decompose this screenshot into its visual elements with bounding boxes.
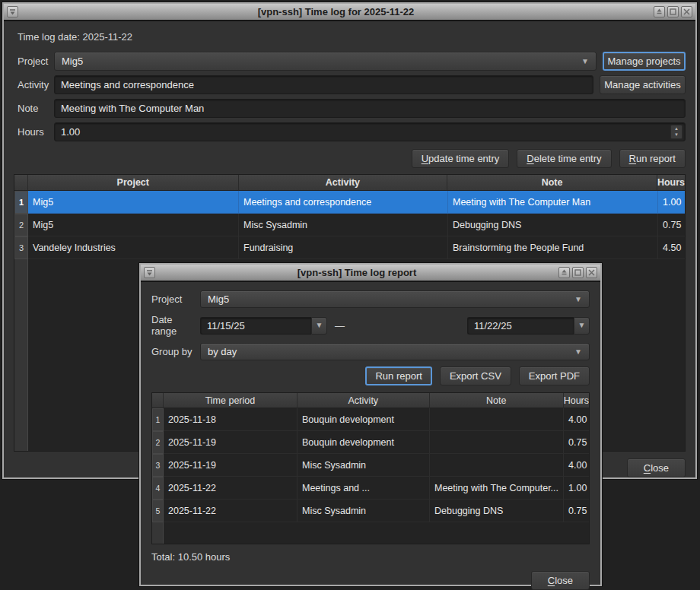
row-number: 2 — [14, 214, 28, 236]
cell-time-period: 2025-11-22 — [164, 477, 298, 500]
row-number: 4 — [152, 477, 164, 500]
manage-activities-button[interactable]: Manage activities — [600, 75, 686, 94]
cell-activity: Meetings and correspondence — [239, 191, 448, 214]
maximize-button[interactable] — [667, 6, 679, 17]
table-row[interactable]: 2 Mig5 Misc Sysadmin Debugging DNS 0.75 — [14, 214, 685, 236]
cell-time-period: 2025-11-22 — [164, 500, 298, 522]
col-header-project[interactable]: Project — [28, 175, 239, 191]
date-to-field[interactable]: 11/22/25 ▼ — [467, 317, 590, 335]
window-menu-icon — [9, 9, 16, 15]
table-row[interactable]: 3 Vandeley Industries Fundraising Brains… — [14, 236, 685, 259]
shade-button[interactable] — [654, 6, 665, 17]
table-row[interactable]: 3 2025-11-19 Misc Sysadmin 4.00 — [152, 454, 589, 477]
table-row[interactable]: 2 2025-11-19 Bouquin development 0.75 — [152, 431, 589, 454]
report-project-value: Mig5 — [208, 293, 574, 305]
activity-label: Activity — [18, 79, 54, 90]
cell-time-period: 2025-11-19 — [164, 431, 298, 454]
cell-note — [430, 431, 564, 454]
export-csv-button[interactable]: Export CSV — [440, 366, 511, 385]
date-from-value: 11/15/25 — [207, 320, 245, 331]
note-input[interactable]: Meeting with The Computer Man — [54, 99, 686, 118]
close-window-button[interactable] — [586, 267, 597, 278]
table-row[interactable]: 5 2025-11-22 Misc Sysadmin Debugging DNS… — [152, 500, 589, 522]
hours-stepper[interactable]: ▲▼ — [670, 125, 682, 139]
table-row[interactable]: 1 Mig5 Meetings and correspondence Meeti… — [14, 191, 685, 214]
run-report-button[interactable]: Run report — [619, 149, 686, 168]
report-window: [vpn-ssh] Time log report Project Mig5 ▼ — [139, 263, 602, 586]
update-time-entry-button[interactable]: Update time entry — [412, 149, 510, 168]
manage-projects-button[interactable]: Manage projects — [603, 52, 686, 71]
delete-time-entry-button[interactable]: Delete time entry — [517, 149, 611, 168]
date-range-separator: — — [335, 320, 345, 331]
report-table: Time period Activity Note Hours 1 2025-1… — [151, 392, 590, 544]
shade-button[interactable] — [558, 267, 570, 278]
cell-note: Brainstorming the People Fund — [448, 236, 658, 259]
close-button[interactable]: Close — [627, 458, 686, 477]
group-by-label: Group by — [151, 346, 200, 357]
maximize-button[interactable] — [572, 267, 584, 278]
row-number: 3 — [152, 454, 164, 477]
main-titlebar[interactable]: [vpn-ssh] Time log for 2025-11-22 — [4, 4, 695, 21]
hours-row: Hours 1.00 ▲▼ — [14, 122, 686, 141]
cell-activity: Meetings and ... — [298, 477, 430, 500]
maximize-icon — [574, 269, 581, 276]
report-project-combobox[interactable]: Mig5 ▼ — [200, 290, 590, 308]
project-row: Project Mig5 ▼ Manage projects — [14, 52, 686, 71]
main-window-title: [vpn-ssh] Time log for 2025-11-22 — [18, 6, 654, 17]
entry-actions: Update time entry Delete time entry Run … — [14, 149, 686, 168]
chevron-down-icon: ▼ — [574, 296, 582, 303]
cell-hours: 0.75 — [564, 500, 589, 522]
cell-activity: Misc Sysadmin — [298, 454, 430, 477]
cell-hours: 1.00 — [564, 477, 589, 500]
col-header-note[interactable]: Note — [447, 175, 657, 191]
activity-input[interactable]: Meetings and correspondence — [54, 75, 593, 94]
cell-activity: Misc Sysadmin — [298, 500, 430, 522]
col-header-hours[interactable]: Hours — [657, 175, 685, 191]
date-from-dropdown-button[interactable]: ▼ — [311, 317, 327, 335]
col-header-time-period[interactable]: Time period — [164, 393, 298, 408]
report-titlebar[interactable]: [vpn-ssh] Time log report — [141, 265, 600, 282]
close-button[interactable]: Close — [531, 571, 590, 590]
cell-note: Meeting with The Computer Man — [448, 191, 658, 214]
table-row[interactable]: 4 2025-11-22 Meetings and ... Meeting wi… — [152, 477, 589, 500]
close-window-button[interactable] — [681, 6, 692, 17]
window-menu-button[interactable] — [7, 6, 18, 17]
cell-time-period: 2025-11-19 — [164, 454, 298, 477]
note-label: Note — [18, 103, 54, 114]
corner-header — [152, 393, 164, 408]
group-by-row: Group by by day ▼ — [150, 343, 590, 360]
export-pdf-button[interactable]: Export PDF — [519, 366, 590, 385]
cell-project: Mig5 — [28, 191, 239, 214]
project-combobox[interactable]: Mig5 ▼ — [54, 52, 597, 71]
spin-down-icon: ▼ — [674, 132, 679, 138]
activity-value: Meetings and correspondence — [61, 79, 194, 90]
cell-project: Mig5 — [28, 214, 239, 236]
row-number-strip — [152, 522, 164, 544]
col-header-hours[interactable]: Hours — [564, 393, 589, 408]
chevron-down-icon: ▼ — [581, 58, 589, 65]
close-icon — [683, 8, 690, 15]
run-report-button[interactable]: Run report — [365, 366, 431, 385]
hours-spinbox[interactable]: 1.00 ▲▼ — [54, 122, 686, 141]
col-header-note[interactable]: Note — [430, 393, 564, 408]
hours-value: 1.00 — [61, 126, 80, 138]
report-project-label: Project — [151, 293, 200, 305]
col-header-activity[interactable]: Activity — [239, 175, 448, 191]
row-number: 1 — [152, 408, 164, 431]
date-to-dropdown-button[interactable]: ▼ — [574, 317, 590, 335]
table-row[interactable]: 1 2025-11-18 Bouquin development 4.00 — [152, 408, 589, 431]
cell-hours: 4.00 — [564, 454, 589, 477]
date-from-field[interactable]: 11/15/25 ▼ — [200, 317, 327, 335]
group-by-combobox[interactable]: by day ▼ — [200, 343, 590, 360]
col-header-activity[interactable]: Activity — [298, 393, 430, 408]
cell-project: Vandeley Industries — [28, 236, 239, 259]
report-project-row: Project Mig5 ▼ — [150, 290, 590, 308]
row-number: 2 — [152, 431, 164, 454]
chevron-down-icon: ▼ — [316, 322, 323, 329]
window-menu-button[interactable] — [144, 267, 155, 278]
row-number: 3 — [14, 236, 28, 259]
total-hours-label: Total: 10.50 hours — [151, 551, 590, 563]
shade-icon — [561, 269, 568, 276]
cell-hours: 4.50 — [658, 236, 685, 259]
cell-note: Debugging DNS — [448, 214, 658, 236]
